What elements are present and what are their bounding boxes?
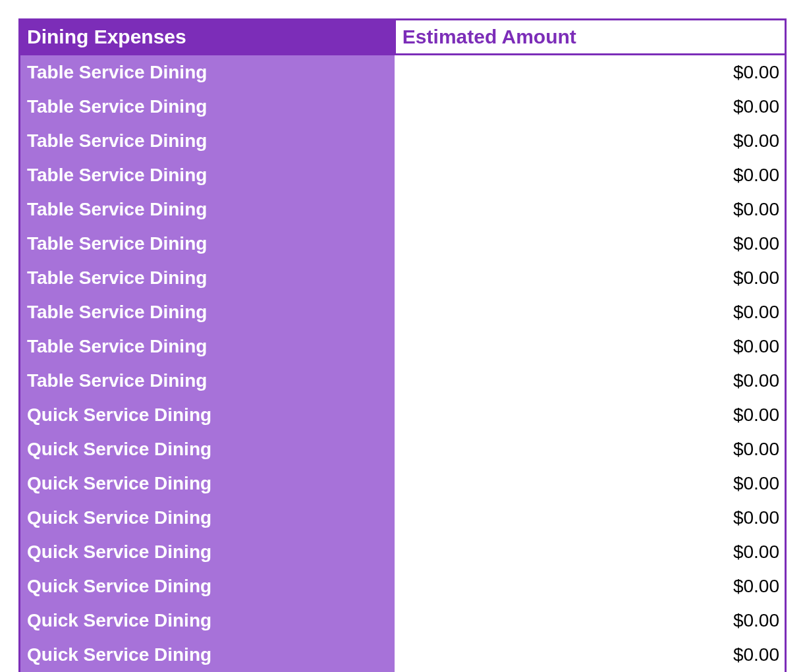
table-header-row: Dining Expenses Estimated Amount [20,20,786,55]
expense-amount: $0.00 [395,535,785,569]
table-row: Quick Service Dining $0.00 [20,501,786,535]
expense-amount: $0.00 [395,603,785,638]
expense-amount: $0.00 [395,192,785,227]
table-row: Table Service Dining $0.00 [20,90,786,124]
expense-label: Quick Service Dining [20,466,395,501]
expense-label: Quick Service Dining [20,432,395,466]
table-row: Table Service Dining $0.00 [20,55,786,90]
table-row: Quick Service Dining $0.00 [20,432,786,466]
table-row: Quick Service Dining $0.00 [20,569,786,603]
table-row: Table Service Dining $0.00 [20,158,786,192]
expense-amount: $0.00 [395,55,785,90]
expense-amount: $0.00 [395,638,785,672]
table-row: Quick Service Dining $0.00 [20,603,786,638]
expense-amount: $0.00 [395,158,785,192]
expense-amount: $0.00 [395,398,785,432]
expense-amount: $0.00 [395,295,785,329]
expense-label: Table Service Dining [20,295,395,329]
table-row: Quick Service Dining $0.00 [20,466,786,501]
header-dining-expenses: Dining Expenses [20,20,395,55]
expense-label: Table Service Dining [20,90,395,124]
table-row: Table Service Dining $0.00 [20,364,786,398]
table-row: Table Service Dining $0.00 [20,124,786,158]
table-row: Table Service Dining $0.00 [20,227,786,261]
table-row: Table Service Dining $0.00 [20,261,786,295]
table-body: Table Service Dining $0.00 Table Service… [20,55,786,673]
expense-label: Table Service Dining [20,55,395,90]
expense-amount: $0.00 [395,569,785,603]
expense-amount: $0.00 [395,501,785,535]
expense-label: Table Service Dining [20,261,395,295]
expense-label: Quick Service Dining [20,638,395,672]
expense-amount: $0.00 [395,90,785,124]
expense-label: Quick Service Dining [20,603,395,638]
expense-amount: $0.00 [395,466,785,501]
table-row: Table Service Dining $0.00 [20,329,786,364]
expense-label: Quick Service Dining [20,501,395,535]
expense-amount: $0.00 [395,124,785,158]
dining-expenses-table: Dining Expenses Estimated Amount Table S… [18,18,787,672]
table-row: Quick Service Dining $0.00 [20,535,786,569]
expense-amount: $0.00 [395,364,785,398]
header-estimated-amount: Estimated Amount [395,20,785,55]
table-row: Table Service Dining $0.00 [20,295,786,329]
expense-label: Table Service Dining [20,364,395,398]
expense-amount: $0.00 [395,432,785,466]
table-row: Quick Service Dining $0.00 [20,398,786,432]
expense-label: Table Service Dining [20,124,395,158]
table-row: Quick Service Dining $0.00 [20,638,786,672]
expense-label: Table Service Dining [20,192,395,227]
table-row: Table Service Dining $0.00 [20,192,786,227]
expense-amount: $0.00 [395,227,785,261]
expense-label: Table Service Dining [20,158,395,192]
expense-amount: $0.00 [395,329,785,364]
expense-amount: $0.00 [395,261,785,295]
expense-label: Quick Service Dining [20,535,395,569]
expense-label: Quick Service Dining [20,569,395,603]
expense-label: Table Service Dining [20,329,395,364]
expense-label: Table Service Dining [20,227,395,261]
expense-label: Quick Service Dining [20,398,395,432]
